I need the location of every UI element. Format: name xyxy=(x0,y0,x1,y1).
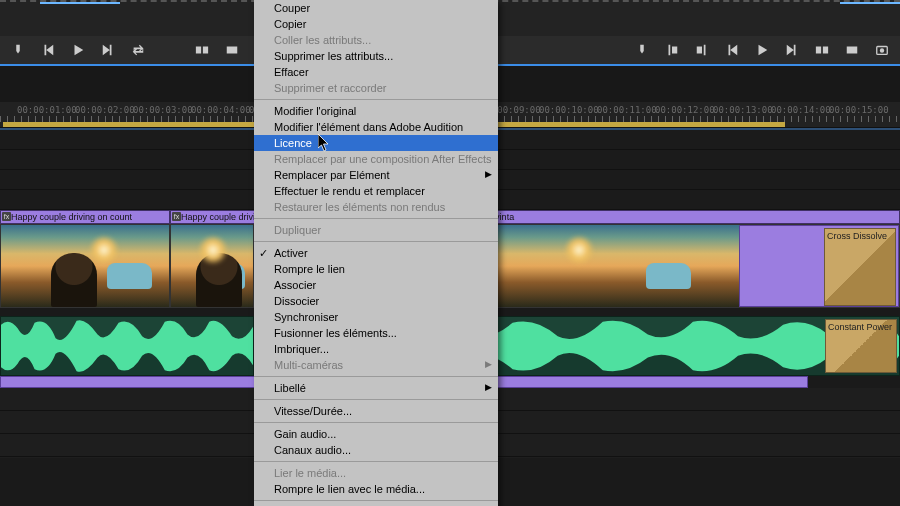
marker-icon[interactable] xyxy=(634,42,650,58)
menu-separator xyxy=(254,376,498,377)
menu-item[interactable]: Effacer xyxy=(254,64,498,80)
transition-label: Constant Power xyxy=(828,322,892,332)
timecode-label: 00:00:02:00 xyxy=(75,105,135,115)
timecode-label: 00:00:11:00 xyxy=(597,105,657,115)
svg-rect-6 xyxy=(823,47,828,54)
transition-label: Cross Dissolve xyxy=(827,231,887,241)
svg-rect-7 xyxy=(847,47,858,54)
svg-rect-1 xyxy=(203,47,208,54)
step-fwd2-icon[interactable] xyxy=(784,42,800,58)
menu-item[interactable]: Associer xyxy=(254,277,498,293)
menu-item[interactable]: Libellé▶ xyxy=(254,380,498,396)
menu-item: Supprimer et raccorder xyxy=(254,80,498,96)
menu-separator xyxy=(254,218,498,219)
menu-item[interactable]: Licence xyxy=(254,135,498,151)
menu-separator xyxy=(254,500,498,501)
overwrite2-icon[interactable] xyxy=(844,42,860,58)
video-clip-b[interactable] xyxy=(170,224,254,308)
menu-item[interactable]: Supprimer les attributs... xyxy=(254,48,498,64)
menu-item[interactable]: Rompre le lien avec le média... xyxy=(254,481,498,497)
step-back-icon[interactable] xyxy=(40,42,56,58)
menu-item[interactable]: Imbriquer... xyxy=(254,341,498,357)
menu-item: Multi-caméras▶ xyxy=(254,357,498,373)
play-icon[interactable] xyxy=(70,42,86,58)
step-fwd-icon[interactable] xyxy=(100,42,116,58)
timecode-label: 00:00:01:00 xyxy=(17,105,77,115)
export-frame2-icon[interactable] xyxy=(874,42,890,58)
transition-constant-power[interactable]: Constant Power xyxy=(825,319,897,373)
submenu-arrow-icon: ▶ xyxy=(485,382,492,392)
svg-point-9 xyxy=(880,48,884,52)
menu-item[interactable]: Dissocier xyxy=(254,293,498,309)
menu-separator xyxy=(254,422,498,423)
add-marker-icon[interactable] xyxy=(10,42,26,58)
timecode-label: 00:00:13:00 xyxy=(713,105,773,115)
menu-item[interactable]: Gain audio... xyxy=(254,426,498,442)
step-back2-icon[interactable] xyxy=(724,42,740,58)
menu-item[interactable]: Modifier l'élément dans Adobe Audition xyxy=(254,119,498,135)
loop-icon[interactable] xyxy=(130,42,146,58)
insert2-icon[interactable] xyxy=(814,42,830,58)
submenu-arrow-icon: ▶ xyxy=(485,359,492,369)
transition-cross-dissolve[interactable]: Cross Dissolve xyxy=(824,228,896,306)
menu-separator xyxy=(254,99,498,100)
menu-item: Lier le média... xyxy=(254,465,498,481)
menu-item[interactable]: Effectuer le rendu et remplacer xyxy=(254,183,498,199)
menu-item[interactable]: Modifier l'original xyxy=(254,103,498,119)
clip-label-text: Happy couple driving on count xyxy=(11,212,132,222)
menu-item: Coller les attributs... xyxy=(254,32,498,48)
fx-badge-icon: fx xyxy=(172,212,181,221)
menu-item: Dupliquer xyxy=(254,222,498,238)
svg-rect-5 xyxy=(816,47,821,54)
timecode-label: 00:00:14:00 xyxy=(771,105,831,115)
out-point-icon[interactable] xyxy=(694,42,710,58)
timecode-label: 00:00:12:00 xyxy=(655,105,715,115)
timecode-label: 00:00:10:00 xyxy=(539,105,599,115)
clip-context-menu[interactable]: CouperCopierColler les attributs...Suppr… xyxy=(254,0,498,506)
menu-item: Remplacer par une composition After Effe… xyxy=(254,151,498,167)
insert-icon[interactable] xyxy=(194,42,210,58)
menu-separator xyxy=(254,399,498,400)
svg-rect-2 xyxy=(227,47,238,54)
timecode-label: 00:00:15:00 xyxy=(829,105,889,115)
menu-item[interactable]: Rompre le lien xyxy=(254,261,498,277)
check-icon: ✓ xyxy=(259,247,268,260)
menu-item[interactable]: Fusionner les éléments... xyxy=(254,325,498,341)
audio-clip-a[interactable] xyxy=(0,316,254,376)
menu-separator xyxy=(254,241,498,242)
menu-item[interactable]: Remplacer par Elément▶ xyxy=(254,167,498,183)
fx-badge-icon: fx xyxy=(2,212,11,221)
in-point-icon[interactable] xyxy=(664,42,680,58)
menu-item[interactable]: Canaux audio... xyxy=(254,442,498,458)
menu-item[interactable]: Vitesse/Durée... xyxy=(254,403,498,419)
menu-item: Restaurer les éléments non rendus xyxy=(254,199,498,215)
submenu-arrow-icon: ▶ xyxy=(485,169,492,179)
timecode-label: 00:00:03:00 xyxy=(133,105,193,115)
mouse-cursor-icon xyxy=(318,134,330,152)
menu-item[interactable]: Activer✓ xyxy=(254,245,498,261)
menu-separator xyxy=(254,461,498,462)
menu-item[interactable]: Copier xyxy=(254,16,498,32)
menu-item[interactable]: Synchroniser xyxy=(254,309,498,325)
overwrite-icon[interactable] xyxy=(224,42,240,58)
menu-item[interactable]: Couper xyxy=(254,0,498,16)
play-preview-icon[interactable] xyxy=(754,42,770,58)
timecode-label: 00:00:04:00 xyxy=(191,105,251,115)
video-clip-a[interactable] xyxy=(0,224,170,308)
svg-rect-0 xyxy=(196,47,201,54)
clip-label-a[interactable]: fx Happy couple driving on count xyxy=(0,210,170,224)
